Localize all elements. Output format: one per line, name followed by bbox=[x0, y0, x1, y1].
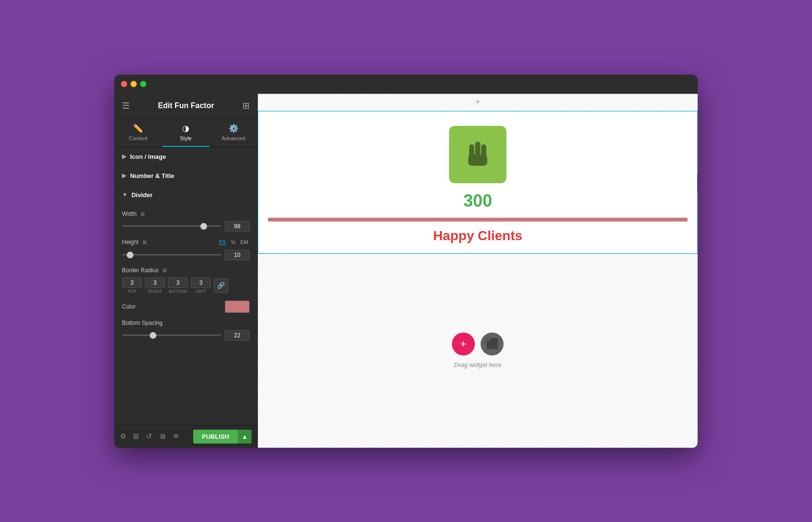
border-radius-grid: TOP RIGHT BOTTOM LEFT bbox=[122, 278, 250, 294]
publish-button[interactable]: PUBLISH bbox=[193, 430, 238, 444]
footer-icons: ⚙ ⊞ ↺ 🖥 👁 bbox=[120, 432, 180, 441]
sidebar-title: Edit Fun Factor bbox=[158, 101, 214, 110]
divider-section-header[interactable]: ▼ Divider bbox=[114, 186, 257, 205]
color-row: Color bbox=[122, 300, 250, 313]
divider-label: Divider bbox=[132, 191, 153, 199]
width-field-row: Width 🖥 bbox=[122, 211, 250, 217]
svg-rect-1 bbox=[469, 144, 474, 158]
style-tab-label: Style bbox=[180, 135, 191, 141]
sidebar-collapse-toggle[interactable]: ‹ bbox=[697, 174, 698, 191]
icon-image-arrow: ▶ bbox=[122, 153, 126, 160]
hand-icon bbox=[461, 137, 495, 172]
height-monitor-icon: 🖥 bbox=[142, 239, 147, 245]
sidebar-footer: ⚙ ⊞ ↺ 🖥 👁 PUBLISH ▲ bbox=[114, 425, 257, 448]
bottom-spacing-slider-row bbox=[122, 330, 250, 341]
fun-title: Happy Clients bbox=[433, 228, 523, 244]
tab-style[interactable]: ◑ Style bbox=[162, 119, 210, 147]
height-slider-row bbox=[122, 250, 250, 260]
layers-icon[interactable]: ⊞ bbox=[133, 432, 139, 441]
advanced-tab-label: Advanced bbox=[222, 135, 245, 141]
bottom-spacing-input[interactable] bbox=[225, 330, 250, 341]
publish-wrap: PUBLISH ▲ bbox=[193, 430, 252, 444]
br-right-label: RIGHT bbox=[148, 289, 162, 294]
widget-section: ‹ bbox=[258, 111, 698, 254]
canvas-divider bbox=[268, 218, 688, 222]
number-title-label: Number & Title bbox=[130, 172, 174, 179]
add-widget-button[interactable]: + bbox=[452, 333, 475, 355]
main-area: ☰ Edit Fun Factor ⊞ ✏️ Content ◑ Style ⚙… bbox=[114, 94, 698, 448]
height-input[interactable] bbox=[225, 250, 250, 260]
br-top-input[interactable] bbox=[122, 278, 142, 288]
content-icon: ✏️ bbox=[133, 123, 143, 133]
fun-factor-icon-box bbox=[449, 126, 506, 183]
publish-dropdown-button[interactable]: ▲ bbox=[238, 430, 252, 444]
unit-px[interactable]: PX bbox=[218, 238, 228, 246]
minimize-button[interactable] bbox=[131, 81, 137, 87]
br-bottom-label: BOTTOM bbox=[169, 289, 187, 294]
width-slider-row bbox=[122, 221, 250, 232]
drag-text: Drag widget here bbox=[454, 361, 502, 368]
canvas-top-add-button[interactable]: + bbox=[258, 94, 698, 111]
tab-content[interactable]: ✏️ Content bbox=[114, 119, 162, 147]
number-title-section-header[interactable]: ▶ Number & Title bbox=[114, 167, 257, 186]
canvas-bottom-add: + ⬛ Drag widget here bbox=[258, 254, 698, 448]
br-bottom-input[interactable] bbox=[168, 278, 188, 288]
tab-advanced[interactable]: ⚙️ Advanced bbox=[209, 119, 257, 147]
unit-em[interactable]: EM bbox=[239, 238, 250, 246]
grid-icon[interactable]: ⊞ bbox=[242, 100, 250, 111]
link-toggle-button[interactable]: 🔗 bbox=[214, 278, 228, 293]
br-right-wrap: RIGHT bbox=[145, 278, 165, 294]
unit-tabs: PX % EM bbox=[218, 238, 250, 246]
icon-image-section-header[interactable]: ▶ Icon / Image bbox=[114, 147, 257, 167]
svg-rect-2 bbox=[475, 142, 481, 158]
history-icon[interactable]: ↺ bbox=[146, 432, 152, 441]
responsive-icon[interactable]: 🖥 bbox=[159, 432, 166, 441]
maximize-button[interactable] bbox=[140, 81, 146, 87]
hamburger-icon[interactable]: ☰ bbox=[122, 100, 130, 111]
color-swatch[interactable] bbox=[225, 300, 250, 313]
number-title-arrow: ▶ bbox=[122, 172, 126, 179]
bottom-spacing-label: Bottom Spacing bbox=[122, 320, 163, 326]
svg-rect-3 bbox=[481, 144, 486, 158]
advanced-icon: ⚙️ bbox=[229, 123, 239, 133]
icon-image-label: Icon / Image bbox=[130, 153, 166, 160]
height-slider[interactable] bbox=[122, 254, 221, 255]
unit-percent[interactable]: % bbox=[230, 238, 237, 246]
width-slider[interactable] bbox=[122, 225, 221, 227]
width-monitor-icon: 🖥 bbox=[140, 211, 145, 217]
app-window: ☰ Edit Fun Factor ⊞ ✏️ Content ◑ Style ⚙… bbox=[114, 75, 698, 448]
canvas: + ‹ bbox=[258, 94, 698, 448]
tabs: ✏️ Content ◑ Style ⚙️ Advanced bbox=[114, 119, 257, 147]
settings-icon[interactable]: ⚙ bbox=[120, 432, 126, 441]
close-button[interactable] bbox=[121, 81, 127, 87]
divider-section-body: Width 🖥 Height 🖥 bbox=[114, 205, 257, 353]
br-left-label: LEFT bbox=[196, 289, 206, 294]
sidebar-content: ▶ Icon / Image ▶ Number & Title ▼ Divide… bbox=[114, 147, 257, 425]
plus-icon: + bbox=[475, 97, 481, 108]
fun-number: 300 bbox=[463, 191, 492, 211]
sidebar-header: ☰ Edit Fun Factor ⊞ bbox=[114, 94, 257, 119]
height-field-row: Height 🖥 PX % EM bbox=[122, 238, 250, 246]
height-label: Height 🖥 bbox=[122, 239, 147, 245]
br-left-input[interactable] bbox=[191, 278, 211, 288]
color-label: Color bbox=[122, 303, 136, 310]
width-input[interactable] bbox=[225, 221, 250, 232]
bottom-spacing-slider[interactable] bbox=[122, 334, 221, 336]
br-top-wrap: TOP bbox=[122, 278, 142, 294]
bottom-spacing-field-row: Bottom Spacing bbox=[122, 320, 250, 326]
titlebar bbox=[114, 75, 698, 94]
widget-content: 300 Happy Clients bbox=[258, 111, 697, 253]
br-monitor-icon: 🖥 bbox=[162, 267, 167, 273]
br-right-input[interactable] bbox=[145, 278, 165, 288]
divider-arrow: ▼ bbox=[122, 191, 128, 198]
br-bottom-wrap: BOTTOM bbox=[168, 278, 188, 294]
preview-icon[interactable]: 👁 bbox=[173, 432, 180, 441]
folder-button[interactable]: ⬛ bbox=[481, 333, 504, 355]
add-buttons: + ⬛ bbox=[452, 333, 504, 355]
br-top-label: TOP bbox=[128, 289, 136, 294]
traffic-lights bbox=[121, 81, 146, 87]
border-radius-field-row: Border Radius 🖥 bbox=[122, 267, 250, 274]
content-tab-label: Content bbox=[129, 135, 148, 141]
width-label: Width 🖥 bbox=[122, 211, 145, 217]
style-icon: ◑ bbox=[182, 123, 189, 133]
